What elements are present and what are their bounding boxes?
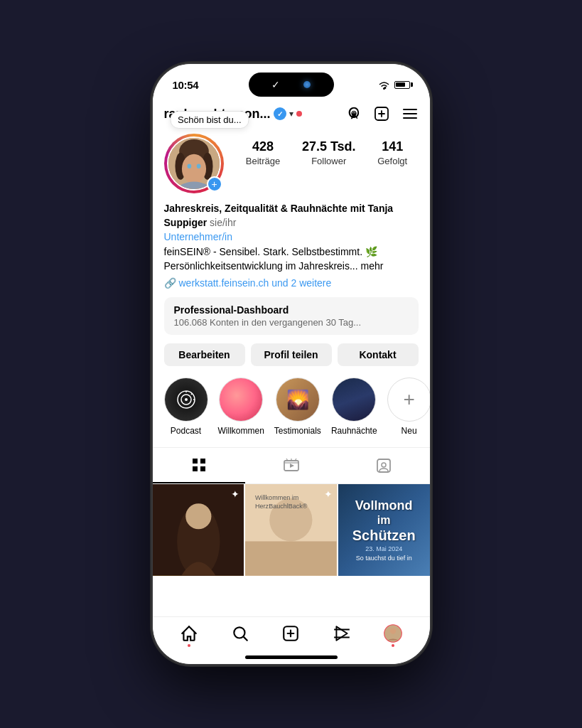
add-nav-icon[interactable] [373,105,390,122]
highlight-testimonials-img: 🌄 [276,378,319,421]
svg-point-51 [390,628,396,633]
followers-stat[interactable]: 27.5 Tsd. Follower [302,139,356,167]
highlight-label-new: Neu [402,426,417,436]
post-overlay-3: Vollmond im Schützen 23. Mai 2024 So tau… [338,484,430,576]
island-dot [303,81,311,88]
followers-count: 27.5 Tsd. [302,139,356,154]
posts-count: 428 [246,139,280,154]
reels-tab-icon [283,457,300,474]
post-overlay-sub: im [377,513,391,527]
pro-dashboard[interactable]: Professional-Dashboard 106.068 Konten in… [164,297,419,335]
highlight-circle-willkommen [219,378,263,422]
profile-active-dot [392,644,394,647]
post-tabs [153,447,430,484]
live-dot [296,111,302,117]
highlight-label-testimonials: Testimonials [274,426,321,436]
podcast-circle-icon [176,389,197,410]
post-overlay-title: Vollmond [355,498,413,514]
home-indicator [153,650,430,664]
highlight-item[interactable]: 🌄 Testimonials [274,378,321,436]
avatar-wrapper[interactable]: Schön bist du... [164,134,224,193]
posts-grid: ✦ ✦ Willkommen im HerzBauchlBack® [153,484,430,576]
tab-tagged[interactable] [338,448,430,483]
svg-rect-22 [193,466,198,471]
dropdown-arrow-icon[interactable]: ▾ [289,109,293,119]
highlight-item[interactable]: Willkommen [218,378,264,436]
highlight-label-podcast: Podcast [171,426,201,436]
threads-icon[interactable] [346,106,362,122]
highlight-label-rauhnachte: Rauhnächte [331,426,377,436]
phone-screen: 10:54 ✓ rauhnacht [153,64,430,664]
pro-dashboard-subtitle: 106.068 Konten in den vergangenen 30 Tag… [174,317,409,328]
nav-search[interactable] [231,624,249,643]
bio-text: feinSEIN® - Sensibel. Stark. Selbstbesti… [164,245,419,273]
highlight-item[interactable]: Podcast [164,378,208,436]
dynamic-island: ✓ [249,73,334,97]
home-active-dot [188,644,190,647]
action-buttons: Bearbeiten Profil teilen Kontakt [153,343,430,378]
followers-label: Follower [311,156,346,166]
highlight-item-new[interactable]: + Neu [387,378,430,436]
svg-text:HerzBauchlBack®: HerzBauchlBack® [255,503,308,510]
post-image-1 [153,484,244,576]
highlight-podcast-img [165,378,208,421]
nav-icons [346,105,419,122]
bottom-nav [153,616,430,650]
tab-grid[interactable] [153,448,245,483]
profile-section: Schön bist du... [153,128,430,202]
verified-badge: ✓ [274,107,286,120]
post-thumb[interactable]: ✦ Willkommen im HerzBauchlBack® [245,484,337,576]
nav-profile[interactable] [384,624,402,643]
svg-point-11 [181,154,205,184]
svg-rect-37 [245,542,337,576]
pro-dashboard-title: Professional-Dashboard [174,304,409,316]
svg-rect-21 [200,459,205,464]
profile-top: Schön bist du... [164,134,419,193]
svg-rect-23 [200,466,205,471]
link-icon: 🔗 [164,277,176,289]
stats-area: 428 Beiträge 27.5 Tsd. Follower 141 Gefo… [235,134,419,167]
highlight-circle-rauhnachte [332,378,376,422]
create-nav-icon [281,624,300,643]
post-badge-1: ✦ [231,488,239,500]
status-time: 10:54 [173,79,199,91]
home-bar [245,655,338,659]
bio-name-text: Jahreskreis, Zeitqualität & Rauhnächte m… [164,203,394,228]
highlight-label-willkommen: Willkommen [218,426,264,436]
svg-text:Willkommen im: Willkommen im [255,494,298,501]
search-nav-icon [231,624,249,643]
highlight-rauhnachte-img [333,378,375,421]
highlight-circle-testimonials: 🌄 [276,378,320,422]
edit-profile-button[interactable]: Bearbeiten [164,343,245,366]
bio-link[interactable]: 🔗 werkstatt.feinsein.ch und 2 weitere [164,277,419,289]
profile-nav-avatar [384,624,402,643]
post-thumb[interactable]: Vollmond im Schützen 23. Mai 2024 So tau… [338,484,430,576]
menu-icon[interactable] [402,105,419,122]
highlight-item[interactable]: Rauhnächte [331,378,377,436]
bio-category[interactable]: Unternehmer/in [164,231,419,242]
nav-reels[interactable] [333,624,351,643]
bio-pronoun: sie/ihr [210,217,236,228]
nav-home[interactable] [180,624,198,643]
bio-name: Jahreskreis, Zeitqualität & Rauhnächte m… [164,202,419,230]
link-text: werkstatt.feinsein.ch und 2 weitere [179,277,332,289]
nav-create[interactable] [281,624,300,643]
post-badge-2: ✦ [324,488,333,500]
post-overlay-date: 23. Mai 2024 [365,545,402,553]
svg-rect-20 [193,459,198,464]
following-stat[interactable]: 141 Gefolgt [377,139,407,167]
share-profile-button[interactable]: Profil teilen [251,343,332,366]
post-thumb[interactable]: ✦ [153,484,244,576]
contact-button[interactable]: Kontakt [338,343,419,366]
svg-point-13 [196,164,200,168]
wifi-icon [378,80,390,90]
svg-line-43 [244,637,247,641]
svg-point-31 [382,463,386,467]
add-story-button[interactable]: + [207,176,222,192]
posts-stat[interactable]: 428 Beiträge [246,139,280,167]
testimonials-emoji: 🌄 [286,389,309,411]
tab-reels[interactable] [245,448,338,483]
svg-marker-47 [336,626,347,641]
island-check-icon: ✓ [271,79,280,90]
tagged-icon [375,457,392,474]
